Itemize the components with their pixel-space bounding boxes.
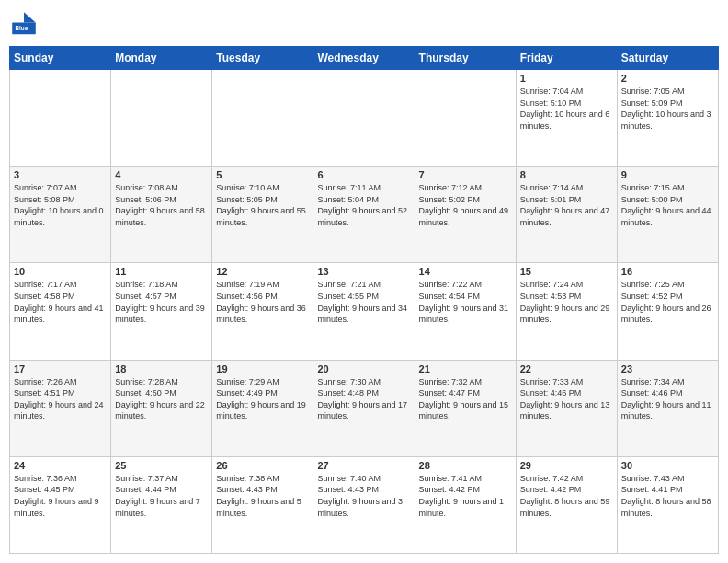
- day-number: 12: [216, 266, 309, 277]
- calendar-cell: 18Sunrise: 7:28 AM Sunset: 4:50 PM Dayli…: [111, 360, 212, 456]
- day-number: 21: [419, 363, 512, 374]
- day-info: Sunrise: 7:38 AM Sunset: 4:43 PM Dayligh…: [216, 473, 309, 519]
- weekday-header-thursday: Thursday: [415, 47, 516, 70]
- day-info: Sunrise: 7:05 AM Sunset: 5:09 PM Dayligh…: [621, 86, 714, 132]
- day-number: 13: [317, 266, 410, 277]
- day-info: Sunrise: 7:43 AM Sunset: 4:41 PM Dayligh…: [621, 473, 714, 519]
- day-info: Sunrise: 7:07 AM Sunset: 5:08 PM Dayligh…: [14, 182, 107, 228]
- calendar-cell: 2Sunrise: 7:05 AM Sunset: 5:09 PM Daylig…: [617, 70, 718, 167]
- day-number: 16: [621, 266, 714, 277]
- calendar-cell: 3Sunrise: 7:07 AM Sunset: 5:08 PM Daylig…: [10, 167, 111, 263]
- weekday-header-wednesday: Wednesday: [313, 47, 415, 70]
- day-info: Sunrise: 7:30 AM Sunset: 4:48 PM Dayligh…: [317, 376, 410, 422]
- calendar-cell: [212, 70, 313, 167]
- day-info: Sunrise: 7:29 AM Sunset: 4:49 PM Dayligh…: [216, 376, 309, 422]
- header: Blue: [9, 9, 719, 39]
- day-number: 24: [14, 460, 107, 471]
- calendar-cell: 30Sunrise: 7:43 AM Sunset: 4:41 PM Dayli…: [617, 456, 718, 553]
- day-info: Sunrise: 7:40 AM Sunset: 4:43 PM Dayligh…: [317, 473, 410, 519]
- day-number: 4: [115, 169, 208, 180]
- logo-icon: Blue: [9, 9, 39, 39]
- day-info: Sunrise: 7:33 AM Sunset: 4:46 PM Dayligh…: [520, 376, 613, 422]
- day-number: 15: [520, 266, 613, 277]
- calendar-cell: 26Sunrise: 7:38 AM Sunset: 4:43 PM Dayli…: [212, 456, 313, 553]
- logo: Blue: [9, 9, 42, 39]
- page: Blue SundayMondayTuesdayWednesdayThursda…: [0, 0, 728, 563]
- day-info: Sunrise: 7:37 AM Sunset: 4:44 PM Dayligh…: [115, 473, 208, 519]
- day-info: Sunrise: 7:41 AM Sunset: 4:42 PM Dayligh…: [419, 473, 512, 519]
- day-info: Sunrise: 7:04 AM Sunset: 5:10 PM Dayligh…: [520, 86, 613, 132]
- calendar-cell: 27Sunrise: 7:40 AM Sunset: 4:43 PM Dayli…: [313, 456, 415, 553]
- day-number: 17: [14, 363, 107, 374]
- week-row-1: 3Sunrise: 7:07 AM Sunset: 5:08 PM Daylig…: [10, 167, 719, 263]
- weekday-header-saturday: Saturday: [617, 47, 718, 70]
- calendar-table: SundayMondayTuesdayWednesdayThursdayFrid…: [9, 46, 719, 554]
- weekday-header-sunday: Sunday: [10, 47, 111, 70]
- calendar-cell: 11Sunrise: 7:18 AM Sunset: 4:57 PM Dayli…: [111, 263, 212, 360]
- svg-marker-0: [24, 12, 36, 22]
- calendar-cell: 22Sunrise: 7:33 AM Sunset: 4:46 PM Dayli…: [516, 360, 617, 456]
- day-info: Sunrise: 7:22 AM Sunset: 4:54 PM Dayligh…: [419, 279, 512, 325]
- day-number: 26: [216, 460, 309, 471]
- day-number: 5: [216, 169, 309, 180]
- calendar-cell: 28Sunrise: 7:41 AM Sunset: 4:42 PM Dayli…: [415, 456, 516, 553]
- calendar-cell: 15Sunrise: 7:24 AM Sunset: 4:53 PM Dayli…: [516, 263, 617, 360]
- day-info: Sunrise: 7:36 AM Sunset: 4:45 PM Dayligh…: [14, 473, 107, 519]
- day-info: Sunrise: 7:17 AM Sunset: 4:58 PM Dayligh…: [14, 279, 107, 325]
- weekday-header-tuesday: Tuesday: [212, 47, 313, 70]
- day-info: Sunrise: 7:10 AM Sunset: 5:05 PM Dayligh…: [216, 182, 309, 228]
- day-info: Sunrise: 7:08 AM Sunset: 5:06 PM Dayligh…: [115, 182, 208, 228]
- calendar-cell: 1Sunrise: 7:04 AM Sunset: 5:10 PM Daylig…: [516, 70, 617, 167]
- day-info: Sunrise: 7:21 AM Sunset: 4:55 PM Dayligh…: [317, 279, 410, 325]
- day-info: Sunrise: 7:42 AM Sunset: 4:42 PM Dayligh…: [520, 473, 613, 519]
- day-number: 2: [621, 73, 714, 84]
- day-info: Sunrise: 7:14 AM Sunset: 5:01 PM Dayligh…: [520, 182, 613, 228]
- calendar-cell: 25Sunrise: 7:37 AM Sunset: 4:44 PM Dayli…: [111, 456, 212, 553]
- calendar-cell: 21Sunrise: 7:32 AM Sunset: 4:47 PM Dayli…: [415, 360, 516, 456]
- calendar-cell: [415, 70, 516, 167]
- calendar-cell: 5Sunrise: 7:10 AM Sunset: 5:05 PM Daylig…: [212, 167, 313, 263]
- day-info: Sunrise: 7:34 AM Sunset: 4:46 PM Dayligh…: [621, 376, 714, 422]
- day-number: 20: [317, 363, 410, 374]
- day-number: 7: [419, 169, 512, 180]
- day-number: 14: [419, 266, 512, 277]
- calendar-cell: 4Sunrise: 7:08 AM Sunset: 5:06 PM Daylig…: [111, 167, 212, 263]
- day-number: 30: [621, 460, 714, 471]
- day-number: 29: [520, 460, 613, 471]
- day-number: 8: [520, 169, 613, 180]
- calendar-cell: 16Sunrise: 7:25 AM Sunset: 4:52 PM Dayli…: [617, 263, 718, 360]
- calendar-cell: [313, 70, 415, 167]
- weekday-header-monday: Monday: [111, 47, 212, 70]
- weekday-header-row: SundayMondayTuesdayWednesdayThursdayFrid…: [10, 47, 719, 70]
- day-number: 19: [216, 363, 309, 374]
- calendar-cell: 6Sunrise: 7:11 AM Sunset: 5:04 PM Daylig…: [313, 167, 415, 263]
- calendar-cell: 12Sunrise: 7:19 AM Sunset: 4:56 PM Dayli…: [212, 263, 313, 360]
- calendar-cell: 14Sunrise: 7:22 AM Sunset: 4:54 PM Dayli…: [415, 263, 516, 360]
- calendar-cell: 29Sunrise: 7:42 AM Sunset: 4:42 PM Dayli…: [516, 456, 617, 553]
- week-row-2: 10Sunrise: 7:17 AM Sunset: 4:58 PM Dayli…: [10, 263, 719, 360]
- day-number: 28: [419, 460, 512, 471]
- calendar-cell: 7Sunrise: 7:12 AM Sunset: 5:02 PM Daylig…: [415, 167, 516, 263]
- day-number: 23: [621, 363, 714, 374]
- calendar-cell: 19Sunrise: 7:29 AM Sunset: 4:49 PM Dayli…: [212, 360, 313, 456]
- day-info: Sunrise: 7:26 AM Sunset: 4:51 PM Dayligh…: [14, 376, 107, 422]
- day-info: Sunrise: 7:18 AM Sunset: 4:57 PM Dayligh…: [115, 279, 208, 325]
- day-info: Sunrise: 7:11 AM Sunset: 5:04 PM Dayligh…: [317, 182, 410, 228]
- day-info: Sunrise: 7:12 AM Sunset: 5:02 PM Dayligh…: [419, 182, 512, 228]
- day-number: 1: [520, 73, 613, 84]
- day-number: 10: [14, 266, 107, 277]
- week-row-0: 1Sunrise: 7:04 AM Sunset: 5:10 PM Daylig…: [10, 70, 719, 167]
- week-row-4: 24Sunrise: 7:36 AM Sunset: 4:45 PM Dayli…: [10, 456, 719, 553]
- calendar-cell: 9Sunrise: 7:15 AM Sunset: 5:00 PM Daylig…: [617, 167, 718, 263]
- day-number: 9: [621, 169, 714, 180]
- calendar-cell: [111, 70, 212, 167]
- day-number: 3: [14, 169, 107, 180]
- calendar-cell: 24Sunrise: 7:36 AM Sunset: 4:45 PM Dayli…: [10, 456, 111, 553]
- day-number: 27: [317, 460, 410, 471]
- svg-text:Blue: Blue: [15, 25, 28, 31]
- day-info: Sunrise: 7:32 AM Sunset: 4:47 PM Dayligh…: [419, 376, 512, 422]
- calendar-cell: 17Sunrise: 7:26 AM Sunset: 4:51 PM Dayli…: [10, 360, 111, 456]
- calendar-cell: 10Sunrise: 7:17 AM Sunset: 4:58 PM Dayli…: [10, 263, 111, 360]
- day-number: 22: [520, 363, 613, 374]
- day-number: 11: [115, 266, 208, 277]
